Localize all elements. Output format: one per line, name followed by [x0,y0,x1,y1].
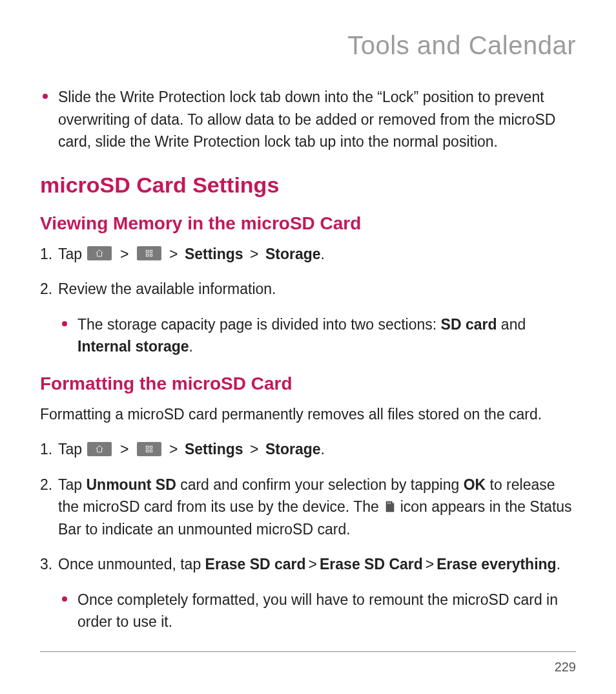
period: . [189,338,193,355]
intro-bullet-list: Slide the Write Protection lock tab down… [40,86,576,153]
svg-rect-10 [390,502,391,503]
formatting-intro: Formatting a microSD card permanently re… [40,403,576,426]
settings-label: Settings [185,246,243,262]
step-text: card and confirm your selection by tappi… [176,476,464,493]
subsection-formatting-heading: Formatting the microSD Card [40,373,576,394]
page-number: 229 [555,660,576,674]
internal-storage-label: Internal storage [77,338,189,355]
step-text: Tap [58,476,86,493]
viewing-step-2: Review the available information. [40,278,576,300]
formatting-sub-bullet-1: Once completely formatted, you will have… [59,589,576,633]
period: . [321,246,325,262]
chapter-title: Tools and Calendar [40,31,576,60]
svg-rect-6 [146,450,149,452]
breadcrumb-separator: > [250,246,258,262]
erase-label-2: Erase SD Card [320,556,423,573]
storage-label: Storage [265,246,321,262]
home-icon [87,246,112,260]
step-text: Tap [58,246,86,262]
erase-label-3: Erase everything [436,556,556,573]
svg-rect-2 [146,255,149,257]
page-footer: 229 [40,651,576,675]
sd-card-icon [384,501,395,512]
section-heading: microSD Card Settings [40,173,576,198]
breadcrumb-separator: > [120,441,128,457]
storage-label: Storage [265,441,321,457]
apps-icon [137,442,161,456]
settings-label: Settings [185,441,243,457]
formatting-step-3: Once unmounted, tap Erase SD card>Erase … [40,553,576,576]
and-text: and [497,316,526,333]
svg-rect-0 [146,251,149,253]
formatting-step-1: Tap > > Settings > Storage. [40,438,576,461]
erase-label-1: Erase SD card [205,556,306,573]
breadcrumb-separator: > [169,441,178,457]
viewing-steps: Tap > > Settings > Storage. Review the a… [40,243,576,300]
breadcrumb-separator: > [426,556,434,573]
breadcrumb-separator: > [309,556,317,573]
viewing-sub-bullet-1: The storage capacity page is divided int… [59,313,576,358]
svg-rect-8 [387,502,388,503]
viewing-step-1: Tap > > Settings > Storage. [40,243,576,266]
ok-label: OK [464,476,486,493]
period: . [321,441,325,457]
period: . [557,556,560,573]
unmount-sd-label: Unmount SD [86,476,176,493]
sd-card-label: SD card [441,316,497,333]
breadcrumb-separator: > [250,441,258,457]
step-text: Once unmounted, tap [58,556,205,573]
formatting-step-2: Tap Unmount SD card and confirm your sel… [40,474,576,541]
svg-rect-1 [150,251,152,253]
sub-bullet-text: The storage capacity page is divided int… [77,316,441,333]
intro-bullet-item: Slide the Write Protection lock tab down… [40,86,576,153]
svg-rect-5 [150,446,152,448]
svg-rect-7 [150,450,152,452]
svg-rect-9 [389,502,389,503]
viewing-sub-bullets: The storage capacity page is divided int… [40,313,576,358]
formatting-steps: Tap > > Settings > Storage. Tap Unmount … [40,438,576,576]
breadcrumb-separator: > [169,246,178,262]
home-icon [87,442,112,456]
svg-rect-3 [150,255,152,257]
manual-page: Tools and Calendar Slide the Write Prote… [0,0,616,694]
svg-rect-4 [146,446,149,448]
subsection-viewing-heading: Viewing Memory in the microSD Card [40,213,576,234]
breadcrumb-separator: > [120,246,128,262]
apps-icon [137,246,161,260]
step-text: Tap [58,441,86,457]
formatting-sub-bullets: Once completely formatted, you will have… [40,589,576,633]
